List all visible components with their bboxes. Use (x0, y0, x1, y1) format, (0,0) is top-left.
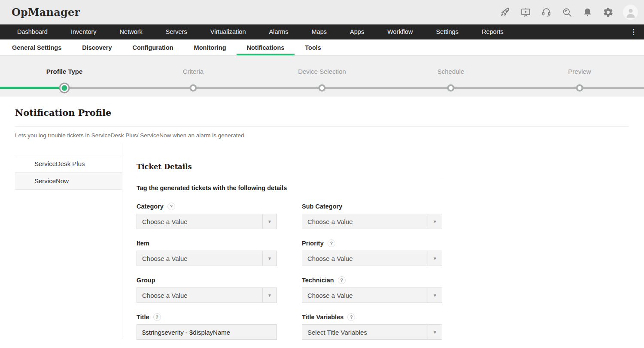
rocket-icon[interactable] (499, 6, 511, 18)
field-group: Group Choose a Value ▼ (137, 276, 277, 303)
field-priority: Priority ? Choose a Value ▼ (302, 239, 442, 266)
page-title: Notification Profile (0, 97, 644, 118)
chevron-down-icon[interactable]: ▼ (262, 214, 276, 229)
bell-icon[interactable] (582, 6, 593, 18)
nav-item-virtualization[interactable]: Virtualization (199, 24, 258, 39)
title-label: Title (137, 314, 149, 321)
title-variables-select-value: Select Title Variables (302, 329, 428, 336)
step-dot-preview[interactable] (576, 84, 583, 91)
nav-item-reports[interactable]: Reports (470, 24, 515, 39)
nav-item-apps[interactable]: Apps (338, 24, 376, 39)
user-avatar[interactable] (623, 5, 638, 20)
field-title: Title ? (137, 313, 277, 340)
chevron-down-icon[interactable]: ▼ (428, 251, 442, 266)
chevron-down-icon[interactable]: ▼ (262, 251, 276, 266)
group-label: Group (137, 277, 155, 284)
step-label-criteria: Criteria (183, 68, 204, 75)
tab-notifications[interactable]: Notifications (237, 39, 295, 55)
content-area: Notification Profile Lets you log troubl… (0, 97, 644, 348)
nav-item-network[interactable]: Network (108, 24, 154, 39)
field-category: Category ? Choose a Value ▼ (137, 202, 277, 229)
title-variables-help-icon[interactable]: ? (347, 313, 355, 321)
priority-select[interactable]: Choose a Value ▼ (302, 251, 442, 266)
wizard-stepper: Profile Type Criteria Device Selection S… (0, 56, 644, 97)
step-dot-device-selection[interactable] (319, 84, 326, 91)
sub-category-select-value: Choose a Value (302, 218, 428, 225)
stepper-progress (0, 87, 64, 89)
tab-configuration[interactable]: Configuration (122, 39, 184, 55)
nav-item-dashboard[interactable]: Dashboard (6, 24, 59, 39)
ticket-details-form: Category ? Choose a Value ▼ Sub Category… (137, 202, 442, 340)
step-label-device-selection: Device Selection (298, 68, 346, 75)
step-dot-core (62, 85, 67, 91)
section-divider (137, 177, 442, 177)
technician-help-icon[interactable]: ? (338, 276, 346, 284)
field-technician: Technician ? Choose a Value ▼ (302, 276, 442, 303)
step-label-preview: Preview (568, 68, 591, 75)
chevron-down-icon[interactable]: ▼ (262, 288, 276, 303)
header-icons (499, 5, 638, 20)
title-help-icon[interactable]: ? (153, 313, 161, 321)
more-menu-icon[interactable]: ⋮ (627, 24, 640, 39)
app-logo: OpManager (12, 6, 80, 18)
section-title: Ticket Details (137, 163, 442, 171)
nav-item-servers[interactable]: Servers (154, 24, 199, 39)
tab-general-settings[interactable]: General Settings (2, 39, 72, 55)
tab-monitoring[interactable]: Monitoring (184, 39, 237, 55)
item-select[interactable]: Choose a Value ▼ (137, 251, 277, 266)
chevron-down-icon[interactable]: ▼ (428, 214, 442, 229)
training-presentation-icon[interactable] (520, 6, 532, 18)
item-select-value: Choose a Value (137, 255, 262, 262)
gear-icon[interactable] (602, 6, 614, 18)
priority-select-value: Choose a Value (302, 255, 428, 262)
priority-help-icon[interactable]: ? (328, 239, 335, 247)
category-select-value: Choose a Value (137, 218, 262, 225)
list-item-servicenow[interactable]: ServiceNow (15, 172, 122, 190)
field-item: Item Choose a Value ▼ (137, 239, 277, 266)
step-dot-schedule[interactable] (447, 84, 455, 91)
section-subtitle: Tag the generated tickets with the follo… (137, 185, 442, 191)
title-variables-label: Title Variables (302, 314, 343, 321)
title-input[interactable] (137, 324, 277, 340)
step-label-schedule: Schedule (437, 68, 465, 75)
sub-category-select[interactable]: Choose a Value ▼ (302, 214, 442, 229)
nav-item-alarms[interactable]: Alarms (258, 24, 300, 39)
priority-label: Priority (302, 240, 324, 247)
title-variables-select[interactable]: Select Title Variables ▼ (302, 324, 442, 340)
category-label: Category (137, 203, 164, 210)
tab-tools[interactable]: Tools (295, 39, 331, 55)
group-select[interactable]: Choose a Value ▼ (137, 287, 277, 303)
ticket-details-panel: Ticket Details Tag the generated tickets… (137, 144, 442, 339)
profile-type-list: ServiceDesk Plus ServiceNow (15, 155, 122, 190)
category-select[interactable]: Choose a Value ▼ (137, 214, 277, 229)
step-dot-criteria[interactable] (190, 84, 197, 91)
main-nav: Dashboard Inventory Network Servers Virt… (0, 24, 644, 39)
app-header: OpManager (0, 0, 644, 24)
step-dot-profile-type[interactable] (59, 82, 70, 93)
nav-item-workflow[interactable]: Workflow (376, 24, 424, 39)
tab-discovery[interactable]: Discovery (72, 39, 122, 55)
field-sub-category: Sub Category Choose a Value ▼ (302, 202, 442, 229)
group-select-value: Choose a Value (137, 292, 262, 299)
field-title-variables: Title Variables ? Select Title Variables… (302, 313, 442, 340)
step-label-profile-type: Profile Type (46, 68, 83, 75)
technician-select-value: Choose a Value (302, 292, 428, 299)
profile-type-sidebar: ServiceDesk Plus ServiceNow (0, 144, 122, 339)
sub-category-label: Sub Category (302, 203, 342, 210)
chevron-down-icon[interactable]: ▼ (428, 325, 442, 339)
settings-subnav: General Settings Discovery Configuration… (0, 39, 644, 56)
list-item-servicedesk-plus[interactable]: ServiceDesk Plus (15, 155, 122, 172)
headset-support-icon[interactable] (541, 6, 552, 18)
item-label: Item (137, 240, 149, 247)
nav-item-maps[interactable]: Maps (300, 24, 338, 39)
page-description: Lets you log trouble tickets in ServiceD… (15, 132, 644, 139)
chevron-down-icon[interactable]: ▼ (428, 288, 442, 303)
title-divider (15, 126, 629, 127)
technician-label: Technician (302, 277, 334, 284)
search-icon[interactable] (561, 6, 573, 18)
nav-item-settings[interactable]: Settings (425, 24, 470, 39)
nav-item-inventory[interactable]: Inventory (59, 24, 108, 39)
category-help-icon[interactable]: ? (167, 203, 175, 210)
profile-body: ServiceDesk Plus ServiceNow Ticket Detai… (0, 144, 644, 339)
technician-select[interactable]: Choose a Value ▼ (302, 287, 442, 303)
